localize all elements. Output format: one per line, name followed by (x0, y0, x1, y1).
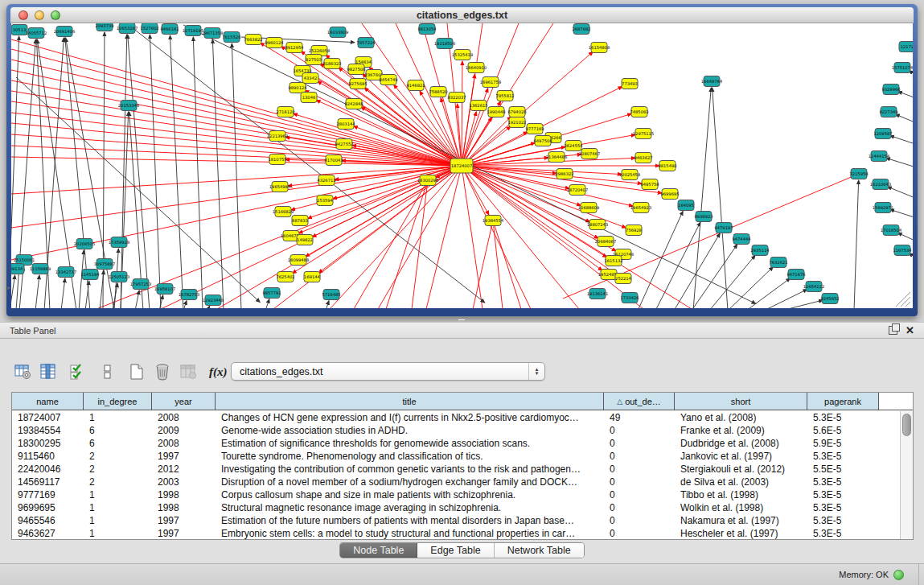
graph-node[interactable]: 9474444 (732, 234, 751, 245)
graph-node[interactable]: 9146821 (406, 80, 425, 91)
graph-node[interactable]: 7625402 (276, 272, 294, 282)
table-row[interactable]: 946554611997Estimation of the future num… (12, 514, 900, 527)
column-chooser-icon[interactable] (39, 362, 58, 381)
graph-node[interactable]: 10688609 (578, 203, 599, 213)
new-table-icon[interactable] (127, 362, 146, 381)
graph-node[interactable]: 2803144 (336, 119, 355, 130)
graph-node[interactable]: 18807243 (587, 220, 608, 230)
column-header-year[interactable]: year (152, 393, 216, 410)
graph-node[interactable]: 13046 (301, 93, 317, 103)
graph-node[interactable]: 15166829 (273, 207, 294, 217)
graph-node[interactable]: 9890124 (288, 83, 307, 93)
graph-node[interactable]: 17957253 (130, 279, 151, 290)
graph-node[interactable]: 16958107 (154, 284, 175, 295)
table-row[interactable]: 1938455462009Genome-wide association stu… (12, 424, 900, 437)
graph-node[interactable]: 19654923 (630, 203, 651, 213)
graph-node[interactable]: 43342 (302, 73, 318, 84)
graph-node[interactable]: 8495758 (640, 179, 659, 190)
graph-node[interactable]: 7955812 (495, 91, 514, 101)
graph-node[interactable]: 21364486 (546, 152, 567, 163)
graph-node[interactable]: 8938923 (694, 212, 713, 222)
horizontal-splitter[interactable] (0, 316, 924, 322)
graph-node[interactable]: 20153346 (118, 101, 139, 111)
graph-node[interactable]: 9960124 (265, 38, 284, 48)
graph-node[interactable]: 773493 (622, 79, 638, 89)
graph-node[interactable]: 16961758 (480, 77, 501, 88)
table-row[interactable]: 1872400712008Changes of HCN gene express… (12, 411, 900, 424)
graph-node[interactable]: 16648784 (701, 76, 723, 87)
graph-node[interactable]: 164095 (678, 200, 694, 211)
table-settings-icon[interactable] (13, 362, 32, 381)
graph-node[interactable]: 9827508 (347, 64, 365, 75)
graph-node[interactable]: 12505123 (109, 272, 129, 282)
graph-node[interactable]: 7663822 (244, 35, 262, 45)
graph-node[interactable]: 17359928 (109, 237, 129, 248)
column-header-short[interactable]: short (675, 393, 807, 410)
graph-node[interactable]: 7632621 (769, 257, 787, 268)
delete-rows-icon[interactable] (153, 362, 172, 381)
table-row[interactable]: 1456911722003Disruption of a novel membe… (12, 476, 900, 488)
graph-node[interactable]: 2718120 (276, 107, 294, 117)
graph-node[interactable]: 12975115 (633, 129, 654, 139)
graph-node[interactable]: 15751074 (892, 63, 913, 73)
table-vertical-scrollbar[interactable] (900, 411, 913, 539)
graph-node[interactable]: 13342737 (55, 267, 76, 278)
graph-node[interactable]: 15325419 (452, 50, 473, 60)
graph-node[interactable]: 16033809 (327, 27, 348, 38)
graph-node[interactable]: 17016504 (881, 225, 902, 236)
graph-node[interactable]: 9815490 (658, 161, 676, 171)
table-selector-dropdown[interactable]: citations_edges.txt ▲▼ (231, 362, 545, 381)
graph-node[interactable]: 8813054 (417, 24, 437, 35)
graph-node[interactable]: 16099488 (288, 255, 309, 266)
graph-node[interactable]: 12923448 (203, 295, 224, 306)
graph-node[interactable]: 7485063 (630, 107, 648, 117)
graph-node[interactable]: 2093739 (95, 23, 113, 31)
splitter-grip[interactable] (458, 318, 465, 320)
graph-node[interactable]: 6479197 (714, 223, 733, 233)
tab-edge-table[interactable]: Edge Table (417, 543, 494, 558)
graph-node[interactable]: 10025458 (619, 170, 640, 180)
window-titlebar[interactable]: citations_edges.txt (10, 7, 914, 23)
graph-node[interactable]: 19136141 (587, 289, 608, 299)
graph-node[interactable]: 252214 (615, 274, 632, 284)
graph-node[interactable]: 12444154 (869, 151, 890, 162)
graph-node[interactable]: 9427552 (335, 139, 353, 150)
graph-node[interactable]: 3215958 (849, 169, 868, 179)
graph-node[interactable]: 1733426 (620, 293, 639, 303)
graph-node[interactable]: 8454749 (379, 75, 397, 85)
table-row[interactable]: 969969511998Structural magnetic resonanc… (12, 501, 900, 514)
table-row[interactable]: 911546021997Tourette syndrome. Phenomeno… (12, 450, 900, 463)
graph-node[interactable]: 1209587 (873, 129, 892, 139)
graph-node[interactable]: 4326713 (317, 175, 335, 186)
graph-node[interactable]: 7857224 (356, 38, 376, 48)
graph-node[interactable]: 2687682 (572, 24, 590, 35)
graph-node[interactable]: 8912954 (285, 43, 304, 53)
panel-collapse-arrow[interactable]: ▸ (7, 284, 10, 291)
graph-node[interactable]: 6794028 (507, 107, 526, 117)
graph-node[interactable]: 9857791 (262, 288, 281, 299)
graph-node[interactable]: 9463627 (634, 153, 652, 163)
graph-node[interactable]: 11156869 (30, 264, 51, 274)
graph-node[interactable]: 169144 (304, 272, 321, 282)
graph-node[interactable]: 18720407 (567, 185, 588, 196)
graph-node[interactable]: 7588520 (429, 87, 447, 97)
graph-node[interactable]: 14055712 (26, 28, 47, 39)
graph-node[interactable]: 12172 (899, 42, 913, 52)
table-row[interactable]: 1830029562008Estimation of significance … (12, 437, 900, 450)
graph-node[interactable]: 9242848 (344, 99, 363, 109)
graph-node[interactable]: 8186323 (322, 59, 341, 69)
graph-node[interactable]: 2935114 (750, 245, 770, 256)
graph-node[interactable]: 4170043 (324, 155, 343, 166)
graph-node[interactable]: 19384554 (483, 216, 504, 226)
graph-node[interactable]: 30975887 (94, 259, 115, 270)
graph-node[interactable]: 8471676 (786, 270, 805, 280)
graph-node[interactable]: 6497508 (533, 136, 552, 146)
graph-node[interactable]: 10807467 (579, 149, 600, 159)
graph-node[interactable]: 16782753 (179, 290, 199, 300)
column-header-in_degree[interactable]: in_degree (84, 393, 152, 410)
tab-node-table[interactable]: Node Table (340, 543, 417, 558)
column-header-out_de[interactable]: △out_de… (604, 393, 675, 410)
graph-node[interactable]: 16210643 (870, 179, 891, 190)
graph-node[interactable]: 1810755 (268, 154, 286, 165)
graph-node[interactable]: 1921022 (507, 117, 526, 128)
